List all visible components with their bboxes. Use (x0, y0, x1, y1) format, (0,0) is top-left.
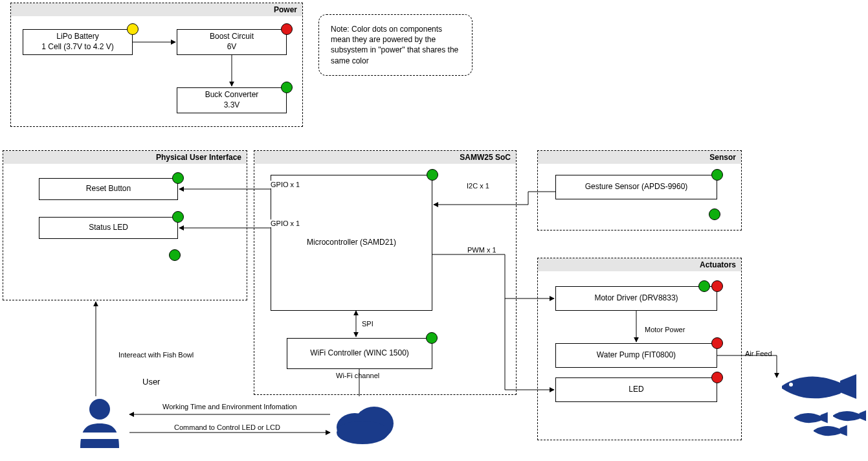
block-wifi-l1: WiFi Controller (WINC 1500) (310, 348, 409, 359)
dot-wifi (426, 332, 438, 344)
block-statusled-l1: Status LED (89, 223, 128, 233)
group-pui-title: Physical User Interface (3, 151, 247, 164)
dot-statusled (172, 211, 184, 223)
block-statusled: Status LED (39, 217, 178, 239)
block-motor-l1: Motor Driver (DRV8833) (594, 293, 678, 304)
cloud-icon (331, 399, 396, 444)
group-actuators-title: Actuators (538, 258, 741, 271)
label-cmd: Command to Control LED or LCD (173, 423, 281, 431)
block-reset: Reset Button (39, 178, 178, 200)
user-icon (76, 396, 123, 448)
dot-lipo (127, 23, 139, 35)
group-sensor-title: Sensor (538, 151, 741, 164)
dot-motor-g (698, 280, 710, 292)
dot-sensor-overall (709, 208, 720, 220)
block-mcu-l1: Microcontroller (SAMD21) (307, 238, 396, 248)
dot-reset (172, 172, 184, 184)
dot-mcu (427, 169, 438, 181)
label-gpio1: GPIO x 1 (270, 181, 300, 188)
block-lipo-l1: LiPo Battery (56, 32, 98, 42)
svg-point-10 (89, 399, 110, 420)
block-lipo-l2: 1 Cell (3.7V to 4.2 V) (41, 42, 113, 52)
block-pump: Water Pump (FIT0800) (555, 343, 717, 368)
svg-rect-11 (76, 433, 123, 439)
label-wifich: Wi-Fi channel (335, 372, 380, 379)
block-led2: LED (555, 377, 717, 402)
block-gesture: Gesture Sensor (APDS-9960) (555, 175, 717, 199)
dot-gesture (711, 169, 723, 181)
block-led2-l1: LED (629, 385, 643, 395)
block-boost: Boost Circuit 6V (177, 29, 287, 55)
svg-point-14 (337, 421, 388, 444)
label-gpio2: GPIO x 1 (270, 219, 300, 227)
note-text: Note: Color dots on components mean they… (331, 25, 458, 65)
group-power-title: Power (11, 3, 302, 16)
block-buck-l2: 3.3V (224, 100, 240, 111)
block-boost-l2: 6V (227, 42, 237, 52)
label-pwm: PWM x 1 (467, 246, 497, 254)
label-user: User (142, 377, 161, 387)
dot-pui-overall (169, 249, 181, 261)
block-buck-l1: Buck Converter (205, 90, 259, 100)
block-motor: Motor Driver (DRV8833) (555, 286, 717, 311)
dot-motor-r (711, 280, 723, 292)
note-box: Note: Color dots on components mean they… (318, 14, 473, 76)
svg-point-15 (789, 383, 793, 387)
group-soc-title: SAMW25 SoC (254, 151, 516, 164)
label-wtime: Working Time and Environment Infomation (162, 403, 298, 410)
block-gesture-l1: Gesture Sensor (APDS-9960) (585, 182, 688, 192)
dot-boost (281, 23, 293, 35)
fish-icon (769, 366, 866, 438)
block-wifi: WiFi Controller (WINC 1500) (287, 338, 432, 369)
block-pump-l1: Water Pump (FIT0800) (597, 350, 676, 361)
dot-pump (711, 337, 723, 349)
block-mcu: Microcontroller (SAMD21) (271, 175, 432, 311)
block-buck: Buck Converter 3.3V (177, 87, 287, 113)
block-reset-l1: Reset Button (86, 184, 131, 194)
label-i2c: I2C x 1 (466, 182, 490, 190)
label-spi: SPI (361, 320, 374, 328)
dot-buck (281, 82, 293, 93)
label-airfeed: Air Feed (744, 350, 773, 357)
block-lipo: LiPo Battery 1 Cell (3.7V to 4.2 V) (23, 29, 133, 55)
label-mpow: Motor Power (644, 326, 685, 333)
label-inter: Intereact with Fish Bowl (118, 351, 194, 359)
block-boost-l1: Boost Circuit (210, 32, 254, 42)
dot-led2 (711, 372, 723, 383)
